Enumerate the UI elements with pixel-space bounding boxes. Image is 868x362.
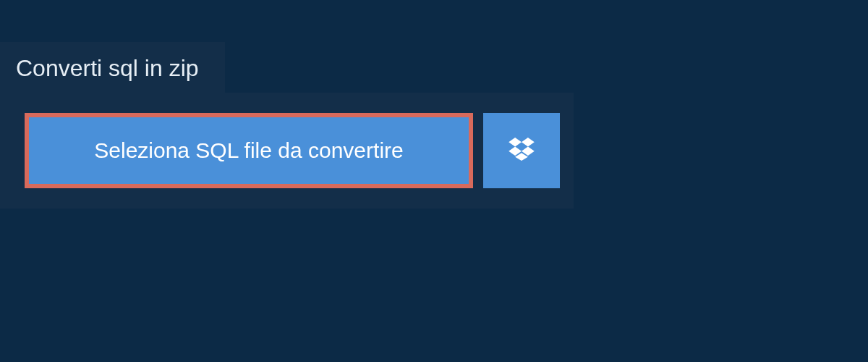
dropbox-icon <box>509 138 535 164</box>
tab-label: Converti sql in zip <box>16 55 199 81</box>
dropbox-button[interactable] <box>483 113 560 188</box>
upload-panel: Seleziona SQL file da convertire <box>0 93 574 209</box>
select-file-label: Seleziona SQL file da convertire <box>94 138 403 163</box>
tab-convert[interactable]: Converti sql in zip <box>0 42 225 95</box>
select-file-button[interactable]: Seleziona SQL file da convertire <box>25 113 473 188</box>
